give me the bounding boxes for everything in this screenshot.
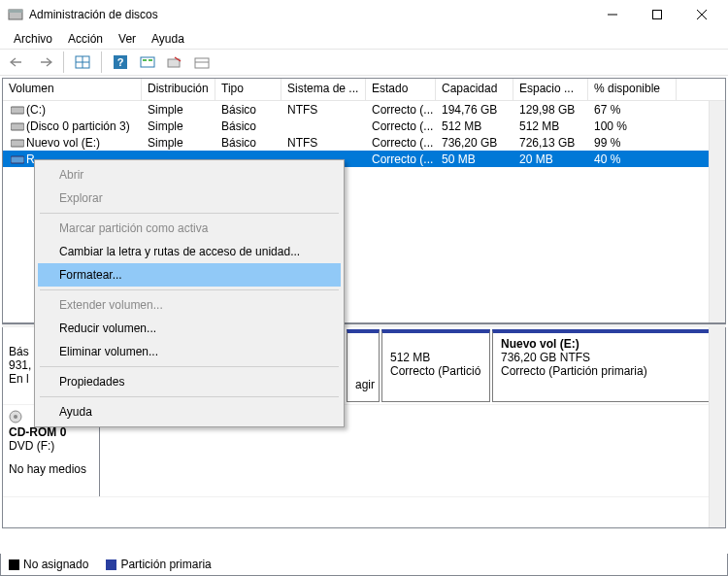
menu-archivo[interactable]: Archivo: [6, 32, 60, 46]
svg-rect-18: [11, 123, 24, 130]
tool-button-1[interactable]: [136, 51, 159, 73]
svg-rect-13: [149, 59, 152, 61]
svg-point-22: [14, 415, 17, 419]
partition[interactable]: Nuevo vol (E:) 736,20 GB NTFS Correcto (…: [492, 329, 721, 402]
table-row[interactable]: (C:) Simple Básico NTFS Correcto (... 19…: [3, 101, 725, 118]
back-button[interactable]: [6, 51, 29, 73]
svg-rect-12: [143, 59, 147, 61]
col-tipo[interactable]: Tipo: [215, 79, 281, 100]
maximize-button[interactable]: [635, 0, 679, 29]
partition-name: Nuevo vol (E:): [501, 337, 712, 351]
app-icon: [8, 7, 23, 22]
scrollbar[interactable]: [709, 327, 725, 527]
ctx-propiedades[interactable]: Propiedades: [38, 370, 341, 393]
window-titlebar: Administración de discos: [0, 0, 728, 29]
views-button[interactable]: [71, 51, 94, 73]
close-button[interactable]: [679, 0, 724, 29]
disk-header[interactable]: Bás 931, En l: [3, 327, 36, 404]
ctx-explorar[interactable]: Explorar: [38, 186, 341, 210]
legend: No asignado Partición primaria: [0, 554, 728, 576]
menu-bar: Archivo Acción Ver Ayuda: [0, 29, 728, 49]
ctx-marcar[interactable]: Marcar partición como activa: [38, 217, 341, 240]
minimize-button[interactable]: [590, 0, 635, 29]
ctx-eliminar[interactable]: Eliminar volumen...: [38, 340, 341, 363]
col-sistema[interactable]: Sistema de ...: [281, 79, 366, 100]
forward-button[interactable]: [33, 51, 56, 73]
tool-button-3[interactable]: [190, 51, 214, 73]
svg-rect-17: [11, 107, 24, 114]
table-row[interactable]: (Disco 0 partición 3) Simple Básico Corr…: [3, 118, 725, 134]
col-porcentaje[interactable]: % disponible: [588, 79, 677, 100]
drive-icon: [11, 153, 24, 165]
help-button[interactable]: ?: [109, 51, 132, 73]
drive-icon: [11, 104, 24, 116]
partition[interactable]: agir: [347, 329, 380, 402]
menu-ayuda[interactable]: Ayuda: [144, 32, 192, 46]
ctx-cambiar[interactable]: Cambiar la letra y rutas de acceso de un…: [38, 240, 341, 263]
menu-accion[interactable]: Acción: [60, 32, 111, 46]
ctx-reducir[interactable]: Reducir volumen...: [38, 317, 341, 340]
svg-rect-3: [653, 11, 662, 19]
col-volumen[interactable]: Volumen: [3, 79, 142, 100]
ctx-extender[interactable]: Extender volumen...: [38, 293, 341, 317]
swatch-primary: [106, 559, 116, 570]
col-capacidad[interactable]: Capacidad: [436, 79, 513, 100]
window-title: Administración de discos: [29, 8, 590, 21]
svg-rect-19: [11, 140, 24, 147]
scrollbar[interactable]: [709, 101, 725, 322]
svg-rect-20: [11, 156, 24, 163]
partition[interactable]: 512 MB Correcto (Partició: [381, 329, 490, 402]
swatch-unallocated: [9, 559, 19, 570]
ctx-ayuda[interactable]: Ayuda: [38, 400, 341, 424]
ctx-abrir[interactable]: Abrir: [38, 163, 341, 186]
svg-rect-15: [195, 58, 209, 68]
col-espacio[interactable]: Espacio ...: [513, 79, 588, 100]
tool-button-2[interactable]: [163, 51, 186, 73]
toolbar: ?: [0, 49, 728, 76]
menu-ver[interactable]: Ver: [111, 32, 144, 46]
table-row[interactable]: Nuevo vol (E:) Simple Básico NTFS Correc…: [3, 134, 725, 151]
ctx-formatear[interactable]: Formatear...: [38, 263, 341, 287]
context-menu: Abrir Explorar Marcar partición como act…: [34, 159, 345, 427]
col-estado[interactable]: Estado: [366, 79, 436, 100]
col-distribucion[interactable]: Distribución: [142, 79, 215, 100]
svg-rect-1: [9, 10, 22, 13]
svg-rect-11: [141, 57, 154, 67]
svg-text:?: ?: [117, 56, 124, 68]
drive-icon: [11, 120, 24, 132]
drive-icon: [11, 137, 24, 149]
table-header: Volumen Distribución Tipo Sistema de ...…: [3, 79, 725, 101]
svg-rect-14: [168, 59, 180, 67]
